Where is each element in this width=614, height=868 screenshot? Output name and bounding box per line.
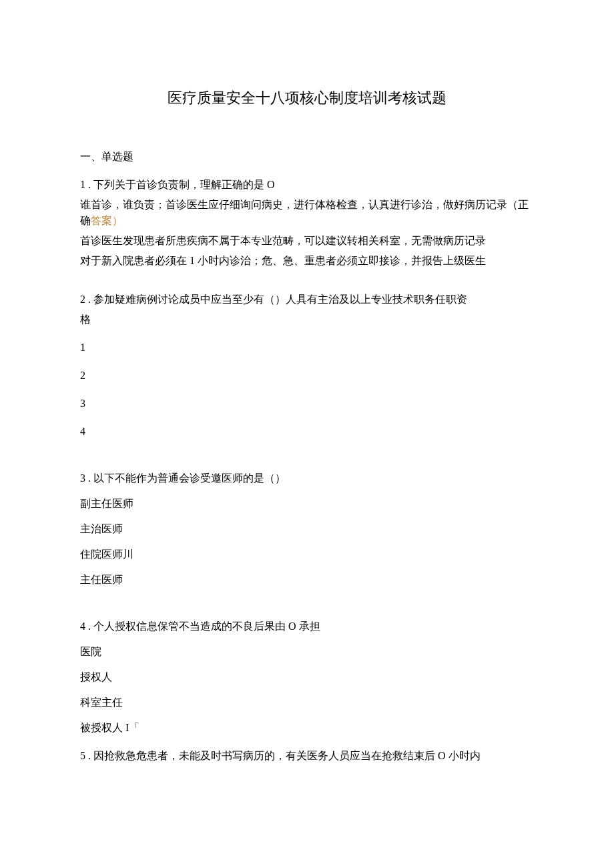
question-stem: 1 . 下列关于首诊负责制，理解正确的是 O — [80, 177, 534, 193]
question-option: 主治医师 — [80, 521, 534, 537]
spacer — [80, 273, 534, 292]
question-option: 3 — [80, 396, 534, 412]
document-page: 医疗质量安全十八项核心制度培训考核试题 一、单选题 1 . 下列关于首诊负责制，… — [0, 0, 614, 868]
question-stem: 3 . 以下不能作为普通会诊受邀医师的是（） — [80, 470, 534, 486]
question-option: 2 — [80, 368, 534, 384]
question-option: 谁首诊，谁负责；首诊医生应仔细询问病史，进行体格检查，认真进行诊治，做好病历记录… — [80, 197, 534, 229]
question-option: 副主任医师 — [80, 496, 534, 512]
spacer — [80, 462, 534, 470]
question-3: 3 . 以下不能作为普通会诊受邀医师的是（） 副主任医师 主治医师 住院医师川 … — [80, 470, 534, 588]
option-text: 谁首诊，谁负责；首诊医生应仔细询问病史，进行体格检查，认真进行诊治，做好病历记录… — [80, 199, 529, 226]
question-option: 授权人 — [80, 669, 534, 685]
section-heading: 一、单选题 — [80, 149, 534, 165]
question-option: 被授权人 I「 — [80, 720, 534, 736]
page-title: 医疗质量安全十八项核心制度培训考核试题 — [80, 87, 534, 109]
question-2: 2 . 参加疑难病例讨论成员中应当至少有（）人具有主治及以上专业技术职务任职资 … — [80, 292, 534, 440]
spacer — [80, 610, 534, 618]
question-4: 4 . 个人授权信息保管不当造成的不良后果由 O 承担 医院 授权人 科室主任 … — [80, 618, 534, 736]
question-option: 科室主任 — [80, 695, 534, 711]
question-stem: 4 . 个人授权信息保管不当造成的不良后果由 O 承担 — [80, 618, 534, 634]
spacer — [80, 444, 534, 462]
question-1: 1 . 下列关于首诊负责制，理解正确的是 O 谁首诊，谁负责；首诊医生应仔细询问… — [80, 177, 534, 269]
question-stem: 5 . 因抢救急危患者，未能及时书写病历的，有关医务人员应当在抢救结束后 O 小… — [80, 748, 534, 764]
spacer — [80, 592, 534, 610]
question-option: 4 — [80, 424, 534, 440]
question-option: 1 — [80, 340, 534, 356]
question-option: 对于新入院患者必须在 1 小时内诊治；危、急、重患者必须立即接诊，并报告上级医生 — [80, 253, 534, 269]
question-stem-cont: 格 — [80, 312, 534, 328]
question-5: 5 . 因抢救急危患者，未能及时书写病历的，有关医务人员应当在抢救结束后 O 小… — [80, 748, 534, 764]
question-stem: 2 . 参加疑难病例讨论成员中应当至少有（）人具有主治及以上专业技术职务任职资 — [80, 292, 534, 308]
question-option: 住院医师川 — [80, 546, 534, 562]
question-option: 主任医师 — [80, 572, 534, 588]
spacer — [80, 740, 534, 748]
question-option: 首诊医生发现患者所患疾病不属于本专业范畴，可以建议转相关科室，无需做病历记录 — [80, 233, 534, 249]
question-option: 医院 — [80, 644, 534, 660]
answer-marker: 答案） — [91, 215, 123, 226]
